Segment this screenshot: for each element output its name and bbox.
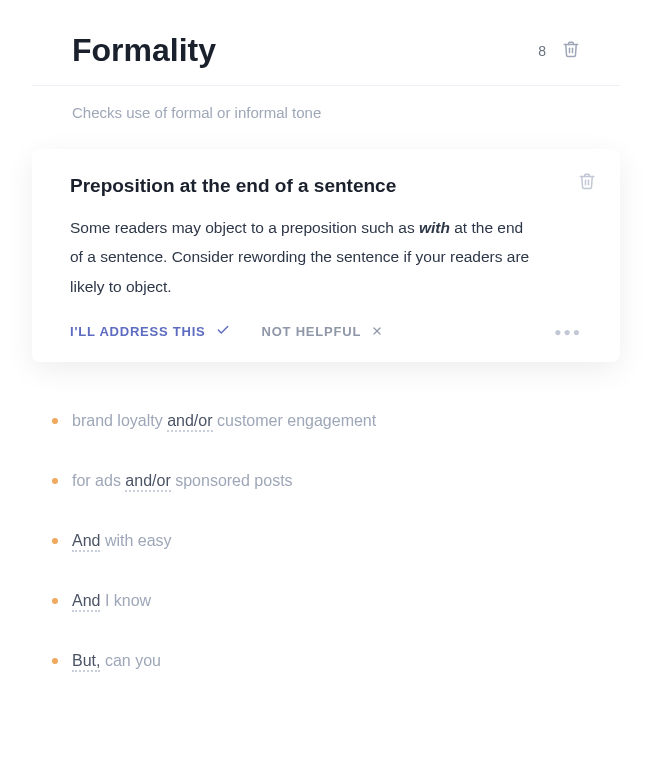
bullet-icon [52, 538, 58, 544]
page-header: Formality 8 [32, 0, 620, 86]
snippet-post: sponsored posts [171, 472, 293, 489]
check-icon [216, 323, 230, 340]
address-label: I'll Address This [70, 324, 206, 339]
snippet-pre: brand loyalty [72, 412, 167, 429]
header-actions: 8 [538, 39, 580, 63]
snippet-post: can you [100, 652, 160, 669]
card-body-emphasis: with [419, 219, 450, 236]
list-item[interactable]: And with easy [52, 532, 600, 550]
list-item[interactable]: brand loyalty and/or customer engagement [52, 412, 600, 430]
bullet-icon [52, 658, 58, 664]
snippet-highlight: and/or [167, 412, 212, 432]
not-helpful-label: Not Helpful [262, 324, 362, 339]
snippet-highlight: and/or [125, 472, 170, 492]
bullet-icon [52, 418, 58, 424]
snippet-highlight: And [72, 592, 100, 612]
snippet-post: customer engagement [213, 412, 377, 429]
list-item[interactable]: But, can you [52, 652, 600, 670]
snippet-highlight: But, [72, 652, 100, 672]
address-button[interactable]: I'll Address This [70, 323, 230, 340]
not-helpful-button[interactable]: Not Helpful [262, 324, 384, 340]
card-body-pre: Some readers may object to a preposition… [70, 219, 419, 236]
card-actions: I'll Address This Not Helpful ●●● [70, 323, 582, 340]
snippet: But, can you [72, 652, 161, 670]
snippet: for ads and/or sponsored posts [72, 472, 293, 490]
issue-count: 8 [538, 43, 546, 59]
snippet-post: with easy [100, 532, 171, 549]
snippet-post: I know [100, 592, 151, 609]
bullet-icon [52, 598, 58, 604]
snippet: And I know [72, 592, 151, 610]
more-icon[interactable]: ●●● [554, 325, 582, 339]
bullet-icon [52, 478, 58, 484]
page-title: Formality [72, 32, 216, 69]
trash-icon[interactable] [562, 39, 580, 63]
list-item[interactable]: And I know [52, 592, 600, 610]
card-body: Some readers may object to a preposition… [70, 213, 530, 301]
snippet-highlight: And [72, 532, 100, 552]
snippet-pre: for ads [72, 472, 125, 489]
snippet: And with easy [72, 532, 172, 550]
list-item[interactable]: for ads and/or sponsored posts [52, 472, 600, 490]
snippet: brand loyalty and/or customer engagement [72, 412, 376, 430]
suggestion-card: Preposition at the end of a sentence Som… [32, 149, 620, 362]
card-trash-icon[interactable] [578, 171, 596, 195]
close-icon [371, 324, 383, 340]
card-title: Preposition at the end of a sentence [70, 175, 582, 197]
page-subtitle: Checks use of formal or informal tone [0, 86, 652, 149]
issue-list: brand loyalty and/or customer engagement… [0, 392, 652, 670]
